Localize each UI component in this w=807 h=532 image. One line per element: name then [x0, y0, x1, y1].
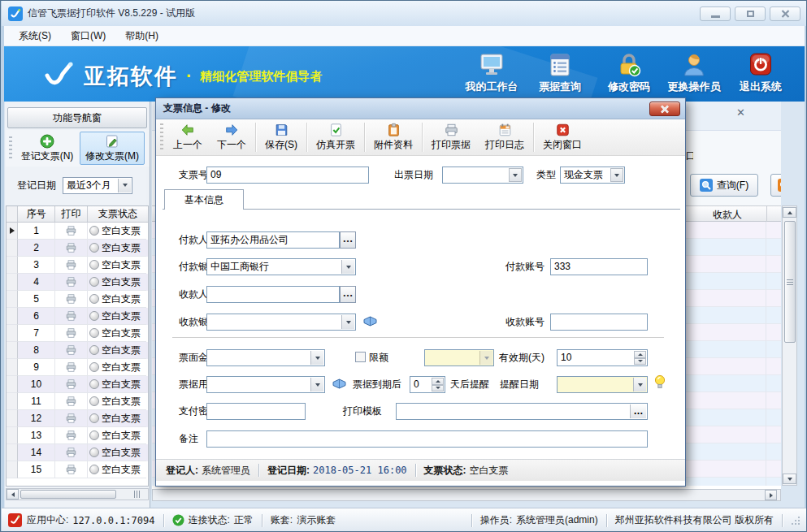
- tab-basic-info[interactable]: 基本信息: [164, 189, 244, 210]
- chevron-down-icon[interactable]: [341, 260, 354, 274]
- prev-button[interactable]: 上一个: [166, 120, 210, 154]
- print-log-button[interactable]: 打印日志: [478, 120, 531, 154]
- advanced-query-button[interactable]: 高: [770, 174, 781, 197]
- limit-checkbox[interactable]: [355, 352, 366, 362]
- limit-select[interactable]: [424, 349, 494, 366]
- check-table-row[interactable]: 1空白支票: [7, 223, 148, 240]
- dialog-close-button[interactable]: [649, 102, 680, 116]
- check-table-row[interactable]: 14空白支票: [7, 444, 148, 461]
- spinner-buttons[interactable]: [432, 378, 444, 391]
- chevron-down-icon[interactable]: [310, 351, 323, 365]
- chevron-down-icon[interactable]: [509, 168, 522, 182]
- row-print-button[interactable]: [55, 342, 88, 359]
- check-table-row[interactable]: 8空白支票: [7, 342, 148, 359]
- row-print-button[interactable]: [55, 461, 88, 478]
- row-print-button[interactable]: [55, 427, 88, 444]
- v-scroll-thumb[interactable]: [784, 221, 796, 343]
- scroll-left-button[interactable]: [7, 489, 19, 500]
- chevron-down-icon[interactable]: [633, 378, 646, 391]
- template-input[interactable]: …: [396, 403, 648, 420]
- row-print-button[interactable]: [55, 257, 88, 274]
- amount-select[interactable]: [206, 349, 325, 366]
- template-picker-button[interactable]: …: [630, 404, 646, 418]
- chevron-down-icon[interactable]: [118, 179, 131, 192]
- chevron-down-icon[interactable]: [610, 168, 623, 182]
- minimize-button[interactable]: [700, 6, 731, 21]
- payee-input[interactable]: [206, 286, 340, 303]
- banner-action-switch-operator[interactable]: 更换操作员: [662, 53, 727, 94]
- row-print-button[interactable]: [55, 308, 88, 325]
- check-table-row[interactable]: 9空白支票: [7, 359, 148, 376]
- date-filter-select[interactable]: 最近3个月: [63, 177, 132, 194]
- check-table-row[interactable]: 4空白支票: [7, 274, 148, 291]
- banner-action-change-password[interactable]: 修改密码: [597, 53, 662, 94]
- modify-check-button[interactable]: 修改支票(M): [80, 132, 145, 165]
- check-table-row[interactable]: 15空白支票: [7, 461, 148, 478]
- next-button[interactable]: 下一个: [210, 120, 254, 154]
- usage-select[interactable]: [206, 376, 325, 393]
- row-print-button[interactable]: [55, 410, 88, 427]
- usage-book-icon[interactable]: [332, 377, 347, 391]
- check-table-row[interactable]: 5空白支票: [7, 291, 148, 308]
- close-button[interactable]: [770, 6, 800, 21]
- type-select[interactable]: 现金支票: [560, 167, 625, 184]
- payee-bank-select[interactable]: [206, 314, 356, 331]
- query-button[interactable]: 查询(F): [690, 174, 758, 197]
- check-table-row[interactable]: 6空白支票: [7, 308, 148, 325]
- row-print-button[interactable]: [55, 393, 88, 410]
- simulate-button[interactable]: 仿真开票: [309, 120, 362, 154]
- banner-action-workbench[interactable]: 我的工作台: [459, 53, 524, 94]
- remind-date-select[interactable]: [557, 376, 648, 393]
- password-input[interactable]: [206, 403, 306, 420]
- print-bill-button[interactable]: 打印票据: [424, 120, 478, 154]
- menu-window[interactable]: 窗口(W): [61, 27, 115, 45]
- row-print-button[interactable]: [55, 274, 88, 291]
- nav-window-button[interactable]: 功能导航窗: [7, 107, 147, 128]
- payer-bank-select[interactable]: 中国工商银行: [206, 258, 356, 275]
- remark-input[interactable]: [206, 430, 648, 448]
- save-button[interactable]: 保存(S): [258, 120, 305, 154]
- scroll-right-button[interactable]: [765, 490, 777, 500]
- header-seq[interactable]: 序号: [18, 206, 55, 222]
- check-table-row[interactable]: 3空白支票: [7, 257, 148, 274]
- h-scroll-thumb[interactable]: [20, 490, 116, 499]
- payee-account-input[interactable]: [550, 314, 648, 331]
- register-check-button[interactable]: 登记支票(N): [15, 132, 80, 165]
- check-table-row[interactable]: 10空白支票: [7, 376, 148, 393]
- payer-account-input[interactable]: 333: [550, 258, 648, 275]
- close-window-button[interactable]: 关闭窗口: [536, 120, 589, 154]
- check-no-input[interactable]: 09: [206, 167, 369, 184]
- row-print-button[interactable]: [55, 240, 88, 257]
- payer-picker-button[interactable]: …: [340, 231, 356, 249]
- chevron-down-icon[interactable]: [341, 315, 354, 329]
- row-print-button[interactable]: [55, 359, 88, 376]
- attachment-button[interactable]: 附件资料: [367, 120, 420, 154]
- bank-book-icon[interactable]: [362, 314, 378, 328]
- scroll-up-button[interactable]: [783, 207, 796, 218]
- payee-picker-button[interactable]: …: [340, 286, 356, 303]
- check-table-row[interactable]: 13空白支票: [7, 427, 148, 444]
- scroll-down-button[interactable]: [783, 474, 796, 484]
- validity-spinner[interactable]: 10: [557, 349, 648, 366]
- check-table-row[interactable]: 2空白支票: [7, 240, 148, 257]
- row-print-button[interactable]: [55, 223, 88, 240]
- header-print[interactable]: 打印: [55, 206, 88, 222]
- issue-date-select[interactable]: [442, 167, 523, 184]
- background-v-scrollbar[interactable]: [782, 205, 797, 486]
- payer-input[interactable]: 亚拓办公用品公司: [206, 231, 340, 249]
- background-h-scrollbar[interactable]: [152, 489, 781, 501]
- maximize-button[interactable]: [735, 6, 766, 21]
- check-table-row[interactable]: 7空白支票: [7, 325, 148, 342]
- panel-close-icon[interactable]: ✕: [736, 106, 745, 119]
- row-print-button[interactable]: [55, 444, 88, 461]
- row-print-button[interactable]: [55, 376, 88, 393]
- banner-action-bill-query[interactable]: 票据查询: [527, 53, 592, 94]
- check-table-row[interactable]: 11空白支票: [7, 393, 148, 410]
- left-h-scrollbar[interactable]: [6, 488, 149, 500]
- banner-action-exit[interactable]: 退出系统: [728, 53, 793, 94]
- header-status[interactable]: 支票状态: [88, 206, 148, 222]
- menu-system[interactable]: 系统(S): [9, 27, 61, 45]
- spinner-buttons[interactable]: [634, 351, 646, 365]
- row-print-button[interactable]: [55, 325, 88, 342]
- resize-grip-icon[interactable]: [791, 516, 800, 526]
